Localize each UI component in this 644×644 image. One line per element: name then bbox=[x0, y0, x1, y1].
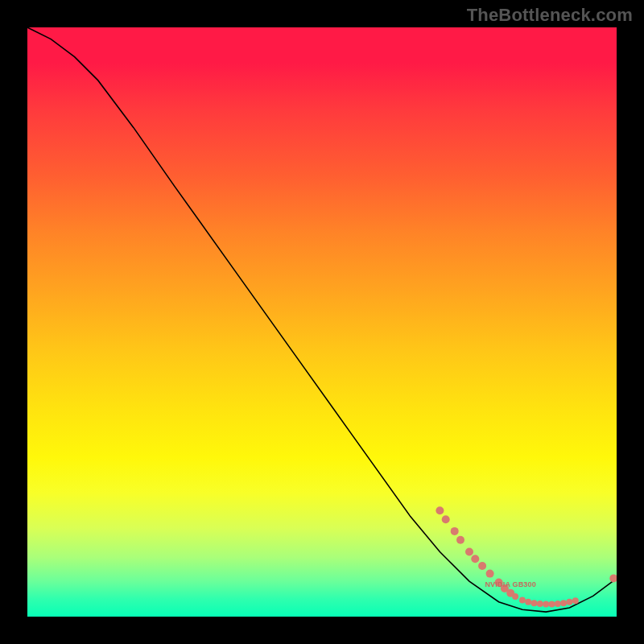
data-point bbox=[456, 536, 464, 544]
plot-area: NVIDIA GB300 bbox=[27, 27, 617, 617]
data-point bbox=[549, 601, 555, 608]
data-point bbox=[560, 600, 567, 606]
data-point bbox=[566, 599, 572, 605]
data-point bbox=[555, 601, 561, 607]
series-label: NVIDIA GB300 bbox=[485, 580, 536, 588]
data-point bbox=[537, 601, 543, 607]
data-point bbox=[609, 574, 617, 582]
data-point bbox=[512, 593, 518, 600]
bottleneck-curve bbox=[27, 27, 617, 612]
data-point bbox=[543, 601, 549, 608]
data-point bbox=[442, 515, 450, 523]
data-point bbox=[436, 506, 444, 514]
data-point bbox=[465, 548, 473, 556]
data-point bbox=[572, 597, 579, 604]
chart-frame: TheBottleneck.com NVIDIA GB300 bbox=[0, 0, 644, 644]
data-point bbox=[451, 527, 459, 535]
data-point bbox=[519, 597, 526, 604]
data-point bbox=[486, 570, 494, 578]
data-point bbox=[525, 599, 531, 605]
data-point bbox=[478, 562, 486, 570]
data-point bbox=[531, 600, 538, 606]
watermark-text: TheBottleneck.com bbox=[467, 5, 633, 26]
data-point bbox=[471, 555, 479, 563]
curve-layer: NVIDIA GB300 bbox=[27, 27, 617, 617]
